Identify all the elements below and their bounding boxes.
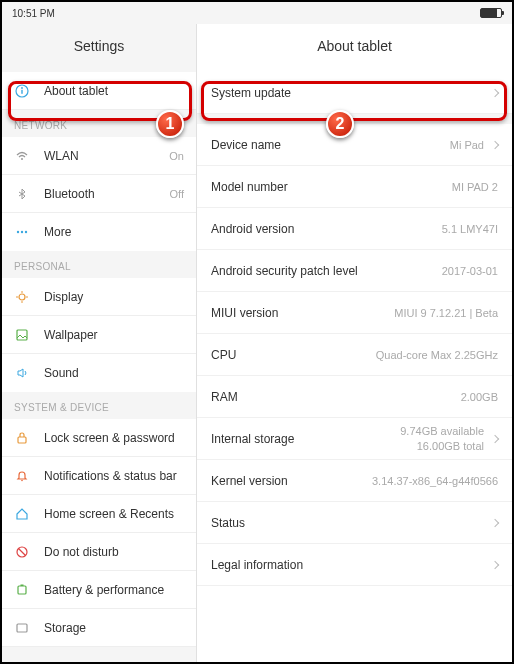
svg-rect-13: [18, 437, 26, 443]
item-label: Display: [44, 290, 184, 304]
settings-item-storage[interactable]: Storage: [2, 609, 196, 647]
svg-rect-2: [21, 89, 22, 93]
item-label: Status: [211, 516, 484, 530]
item-label: System update: [211, 86, 484, 100]
item-label: Battery & performance: [44, 583, 184, 597]
item-value: 9.74GB available 16.00GB total: [400, 424, 484, 453]
settings-item-about-tablet[interactable]: About tablet: [2, 72, 196, 110]
svg-point-4: [17, 231, 19, 233]
item-label: Notifications & status bar: [44, 469, 184, 483]
about-item-miui[interactable]: MIUI version MIUI 9 7.12.21 | Beta: [197, 292, 512, 334]
about-item-status[interactable]: Status: [197, 502, 512, 544]
item-label: Sound: [44, 366, 184, 380]
item-label: Storage: [44, 621, 184, 635]
bluetooth-icon: [14, 186, 30, 202]
settings-item-display[interactable]: Display: [2, 278, 196, 316]
item-label: Wallpaper: [44, 328, 184, 342]
display-icon: [14, 289, 30, 305]
svg-point-3: [21, 158, 23, 160]
item-value: MIUI 9 7.12.21 | Beta: [394, 307, 498, 319]
item-value: 2.00GB: [461, 391, 498, 403]
storage-total: 16.00GB total: [417, 440, 484, 452]
item-value: 2017-03-01: [442, 265, 498, 277]
battery-perf-icon: [14, 582, 30, 598]
status-time: 10:51 PM: [12, 8, 55, 19]
storage-available: 9.74GB available: [400, 425, 484, 437]
panes: Settings About tablet NETWORK WLAN On: [2, 24, 512, 662]
settings-item-wallpaper[interactable]: Wallpaper: [2, 316, 196, 354]
svg-rect-18: [21, 584, 24, 586]
item-label: More: [44, 225, 184, 239]
settings-item-sound[interactable]: Sound: [2, 354, 196, 392]
settings-item-battery[interactable]: Battery & performance: [2, 571, 196, 609]
more-icon: [14, 224, 30, 240]
item-label: Internal storage: [211, 432, 400, 446]
divider: [197, 114, 512, 124]
settings-item-more[interactable]: More: [2, 213, 196, 251]
about-item-android-version[interactable]: Android version 5.1 LMY47I: [197, 208, 512, 250]
chevron-right-icon: [491, 140, 499, 148]
settings-item-dnd[interactable]: Do not disturb: [2, 533, 196, 571]
svg-point-5: [21, 231, 23, 233]
item-value: On: [169, 150, 184, 162]
section-personal: PERSONAL: [2, 251, 196, 278]
sound-icon: [14, 365, 30, 381]
status-bar: 10:51 PM: [2, 2, 512, 24]
item-label: Lock screen & password: [44, 431, 184, 445]
chevron-right-icon: [491, 518, 499, 526]
chevron-right-icon: [491, 560, 499, 568]
bell-icon: [14, 468, 30, 484]
about-title: About tablet: [197, 24, 512, 72]
about-item-patch[interactable]: Android security patch level 2017-03-01: [197, 250, 512, 292]
svg-point-6: [25, 231, 27, 233]
item-label: Home screen & Recents: [44, 507, 184, 521]
about-item-cpu[interactable]: CPU Quad-core Max 2.25GHz: [197, 334, 512, 376]
about-item-storage[interactable]: Internal storage 9.74GB available 16.00G…: [197, 418, 512, 460]
about-item-kernel[interactable]: Kernel version 3.14.37-x86_64-g44f0566: [197, 460, 512, 502]
home-icon: [14, 506, 30, 522]
item-value: Mi Pad: [450, 139, 484, 151]
settings-item-bluetooth[interactable]: Bluetooth Off: [2, 175, 196, 213]
screenshot-frame: 10:51 PM Settings About tablet NETWORK W…: [0, 0, 514, 664]
about-item-device-name[interactable]: Device name Mi Pad: [197, 124, 512, 166]
dnd-icon: [14, 544, 30, 560]
item-label: Kernel version: [211, 474, 372, 488]
battery-icon: [480, 8, 502, 18]
about-item-system-update[interactable]: System update: [197, 72, 512, 114]
settings-item-wlan[interactable]: WLAN On: [2, 137, 196, 175]
item-label: Legal information: [211, 558, 484, 572]
annotation-badge-1: 1: [156, 110, 184, 138]
about-item-ram[interactable]: RAM 2.00GB: [197, 376, 512, 418]
about-item-model[interactable]: Model number MI PAD 2: [197, 166, 512, 208]
about-item-legal[interactable]: Legal information: [197, 544, 512, 586]
lock-icon: [14, 430, 30, 446]
item-label: WLAN: [44, 149, 169, 163]
item-label: Device name: [211, 138, 450, 152]
item-label: CPU: [211, 348, 376, 362]
svg-point-1: [21, 87, 23, 89]
svg-line-16: [19, 548, 26, 555]
item-label: Model number: [211, 180, 452, 194]
item-value: MI PAD 2: [452, 181, 498, 193]
wifi-icon: [14, 148, 30, 164]
settings-item-home[interactable]: Home screen & Recents: [2, 495, 196, 533]
item-label: MIUI version: [211, 306, 394, 320]
storage-icon: [14, 620, 30, 636]
settings-item-lock[interactable]: Lock screen & password: [2, 419, 196, 457]
item-label: Android version: [211, 222, 442, 236]
item-label: RAM: [211, 390, 461, 404]
item-label: Bluetooth: [44, 187, 170, 201]
settings-item-notifications[interactable]: Notifications & status bar: [2, 457, 196, 495]
item-value: Off: [170, 188, 184, 200]
svg-rect-19: [17, 624, 27, 632]
item-label: About tablet: [44, 84, 184, 98]
item-label: Android security patch level: [211, 264, 442, 278]
item-label: Do not disturb: [44, 545, 184, 559]
info-icon: [14, 83, 30, 99]
chevron-right-icon: [491, 434, 499, 442]
svg-rect-17: [18, 586, 26, 594]
chevron-right-icon: [491, 88, 499, 96]
settings-title: Settings: [2, 24, 196, 72]
svg-rect-12: [17, 330, 27, 340]
wallpaper-icon: [14, 327, 30, 343]
